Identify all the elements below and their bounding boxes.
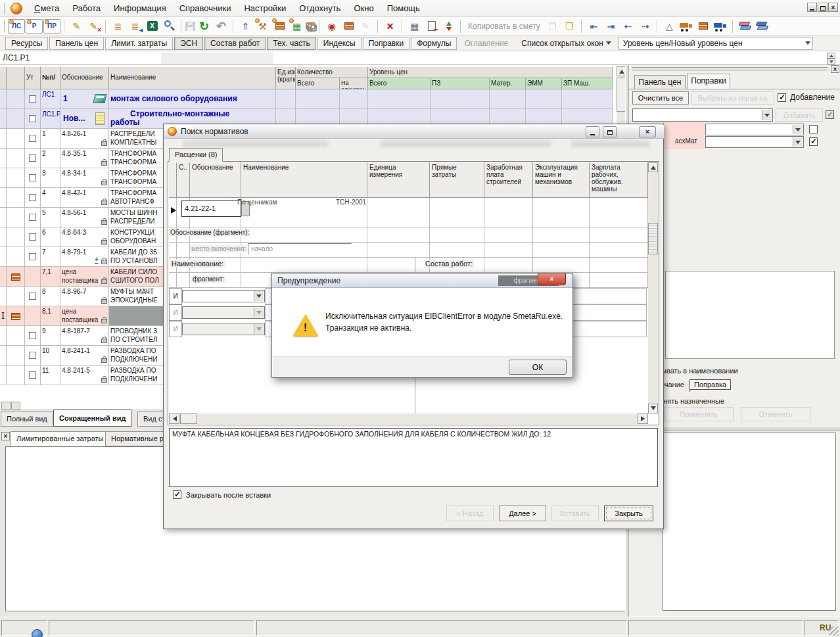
machines-resource-icon[interactable]: ▦ [289, 18, 305, 34]
close-after-insert-checkbox[interactable] [173, 490, 181, 499]
r-button[interactable]: Р [26, 19, 43, 34]
dialog-maximize-button[interactable] [603, 126, 617, 137]
combo-arrow-button[interactable] [254, 308, 264, 318]
combo-arrow-button[interactable] [793, 125, 803, 134]
dialog-close-button[interactable] [639, 126, 656, 137]
warning-titlebar[interactable]: Предупреждение фрагмент [272, 273, 572, 288]
main-tab-6[interactable]: Индексы [317, 37, 362, 50]
stamp-icon[interactable]: ◉ [323, 18, 340, 34]
pager-box[interactable] [11, 402, 20, 410]
grid-row-1[interactable]: ЛС11монтаж силового оборудования [0, 89, 613, 109]
row-checkbox[interactable] [29, 371, 36, 379]
tab-normative[interactable]: Нормативные р [105, 431, 168, 446]
scroll-thumb[interactable] [180, 413, 197, 424]
tab-price-panel[interactable]: Панель цен [634, 75, 686, 89]
row-checkbox[interactable] [29, 194, 36, 201]
row-checkbox[interactable] [29, 154, 36, 162]
insert-button[interactable]: Вставить [551, 506, 599, 521]
menu-item-3[interactable]: Справочники [179, 3, 231, 13]
tool-icon[interactable]: △ [661, 18, 678, 34]
main-tab-8[interactable]: Формулы [411, 37, 457, 50]
resize-grip[interactable] [829, 626, 839, 636]
coef-combo-2[interactable] [705, 136, 804, 148]
materials-icon[interactable] [340, 18, 357, 34]
ls-button[interactable]: ЛС [8, 19, 25, 34]
combo-arrow-button[interactable] [254, 291, 264, 301]
level-right-icon[interactable]: ⇢ [637, 18, 653, 34]
row-checkbox[interactable] [29, 233, 36, 241]
clear-all-button[interactable]: Очистить все [632, 91, 689, 105]
cancel-button[interactable]: Отменить [741, 407, 810, 421]
paste-icon[interactable]: ❒ [561, 18, 578, 34]
books-pink-icon[interactable] [737, 18, 753, 34]
choose-from-reference-button[interactable]: Выбрать из справ-ка [691, 91, 774, 105]
tab-correction[interactable]: Поправка [689, 379, 731, 390]
sort-updown-icon[interactable] [440, 18, 457, 34]
condition-combo-2[interactable] [182, 306, 265, 319]
refresh-icon[interactable]: ↻ [196, 18, 212, 34]
comment-icon[interactable] [306, 22, 315, 30]
combo-arrow-button[interactable] [762, 110, 772, 120]
coef-checkbox-1[interactable] [809, 125, 818, 133]
save-icon[interactable] [185, 22, 195, 31]
main-tab-7[interactable]: Поправки [363, 37, 409, 50]
combo-arrow-button[interactable] [793, 137, 803, 147]
addition-checkbox[interactable] [778, 93, 786, 102]
menu-item-1[interactable]: Работа [72, 3, 101, 13]
spinner-down-button[interactable] [827, 59, 835, 64]
maximize-button[interactable] [818, 3, 828, 12]
scroll-down-button[interactable] [648, 404, 658, 413]
warning-close-button[interactable] [538, 273, 566, 285]
tab-corrections[interactable]: Поправки [687, 74, 730, 89]
pr-button[interactable]: ПР [43, 19, 60, 34]
note-icon[interactable]: ✎ [358, 18, 374, 34]
tree-list-icon[interactable]: ≣ [110, 18, 126, 34]
menu-item-5[interactable]: Отдохнуть [299, 3, 340, 13]
app-logo-icon[interactable] [11, 3, 22, 14]
row-checkbox[interactable] [29, 174, 36, 181]
main-tab-3[interactable]: ЭСН [174, 37, 203, 50]
copy-icon[interactable]: ❐ [544, 18, 561, 34]
row-checkbox[interactable] [29, 135, 36, 142]
main-tab-1[interactable]: Панель цен [49, 37, 104, 50]
remove-page-icon[interactable]: − [423, 18, 440, 34]
row-checkbox[interactable] [29, 352, 36, 359]
main-tab-2[interactable]: Лимит. затраты [105, 37, 173, 50]
edit-estimate-icon[interactable]: ✎ [68, 18, 85, 34]
truck-icon[interactable] [678, 18, 695, 34]
row-checkbox[interactable] [29, 253, 36, 260]
scroll-right-button[interactable] [638, 413, 648, 424]
add-auto-checkbox[interactable] [826, 110, 834, 119]
row-checkbox[interactable] [29, 214, 36, 221]
next-button[interactable]: Далее > [499, 506, 546, 521]
menu-item-0[interactable]: Смета [34, 3, 59, 13]
close-button[interactable] [828, 3, 838, 12]
menu-item-6[interactable]: Окно [354, 3, 373, 13]
row-checkbox[interactable] [29, 332, 36, 339]
panel-splitter[interactable] [632, 67, 828, 71]
dialog-vertical-scrollbar[interactable] [648, 162, 658, 413]
tab-rascenki[interactable]: Расценки (8) [169, 148, 223, 162]
menu-item-2[interactable]: Информация [114, 3, 166, 13]
toolbar-grip[interactable] [3, 20, 5, 32]
menu-item-4[interactable]: Настройки [244, 3, 286, 13]
scroll-left-button[interactable] [169, 413, 179, 424]
works-resource-icon[interactable]: ⚒ [254, 18, 271, 34]
coef-checkbox-2[interactable] [809, 137, 818, 146]
search-dialog-titlebar[interactable]: Поиск нормативов [164, 125, 664, 139]
undo-icon[interactable]: ↶ [213, 18, 229, 34]
calc-icon[interactable]: ▦ [406, 18, 423, 34]
main-tab-0[interactable]: Ресурсы [5, 37, 48, 50]
indent-first-icon[interactable]: ⇤ [586, 18, 602, 34]
price-level-combo[interactable]: Уровень цен/Новый уровень цен [618, 37, 813, 50]
condition-combo-1[interactable] [182, 290, 265, 302]
toolbar-grip[interactable] [3, 3, 5, 14]
correction-combo[interactable] [632, 108, 773, 122]
apply-button[interactable]: Применить [664, 407, 734, 421]
return-to-estimate-icon[interactable]: ⇑ [237, 18, 254, 34]
excel-export-icon[interactable]: X [144, 18, 160, 34]
back-button[interactable]: < Назад [446, 506, 494, 521]
level-left-icon[interactable]: ⇠ [620, 18, 636, 34]
tab-full-view[interactable]: Полный вид [1, 412, 53, 427]
pager-box[interactable] [1, 402, 11, 410]
